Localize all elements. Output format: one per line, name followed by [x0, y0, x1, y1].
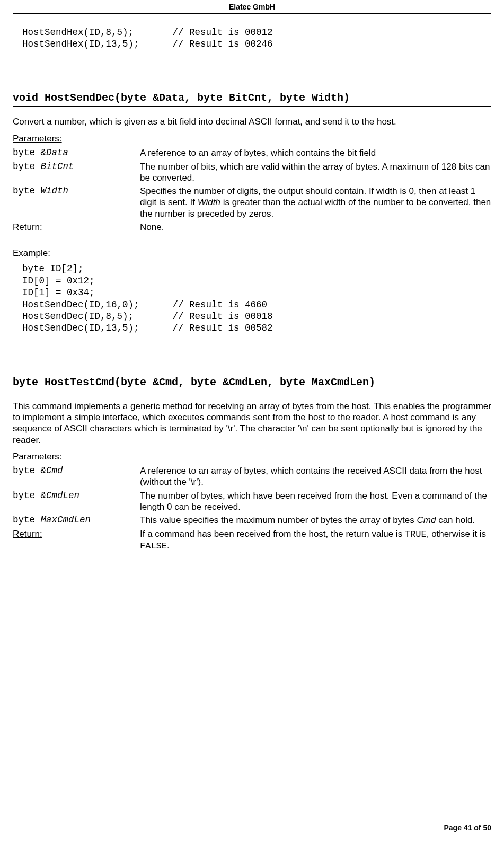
page-footer: Page 41 of 50: [13, 821, 491, 833]
param-row: byte &CmdLen The number of bytes, which …: [13, 490, 491, 513]
param-row: byte &Data A reference to an array of by…: [13, 147, 491, 159]
param-row: byte MaxCmdLen This value specifies the …: [13, 515, 491, 526]
param-row: byte &Cmd A reference to an array of byt…: [13, 465, 491, 488]
param-row: byte BitCnt The number of bits, which ar…: [13, 161, 491, 184]
param-desc: A reference to an array of bytes, which …: [140, 147, 491, 158]
param-desc: A reference to an array of bytes, which …: [140, 465, 491, 488]
section-desc: This command implements a generic method…: [13, 401, 491, 446]
company-name: Elatec GmbH: [229, 3, 275, 11]
param-name: byte &CmdLen: [13, 490, 140, 502]
param-desc: Specifies the number of digits, the outp…: [140, 185, 491, 219]
return-heading: Return:: [13, 528, 140, 539]
parameters-heading: Parameters:: [13, 451, 491, 462]
page-header: Elatec GmbH: [13, 0, 491, 14]
return-value: If a command has been received from the …: [140, 528, 491, 552]
example-heading: Example:: [13, 247, 491, 259]
param-name: byte BitCnt: [13, 161, 140, 173]
return-row: Return: None.: [13, 221, 491, 233]
param-desc: The number of bits, which are valid with…: [140, 161, 491, 184]
return-value: None.: [140, 221, 491, 233]
param-row: byte Width Specifies the number of digit…: [13, 185, 491, 219]
doc-page: Elatec GmbH HostSendHex(ID,8,5); // Resu…: [0, 0, 504, 842]
intro-code-block: HostSendHex(ID,8,5); // Result is 00012 …: [22, 26, 491, 50]
parameters-heading: Parameters:: [13, 133, 491, 144]
param-desc: The number of bytes, which have been rec…: [140, 490, 491, 513]
page-number: Page 41 of 50: [444, 823, 492, 832]
example-code-block: byte ID[2]; ID[0] = 0x12; ID[1] = 0x34; …: [22, 263, 491, 334]
param-name: byte MaxCmdLen: [13, 515, 140, 526]
param-name: byte Width: [13, 185, 140, 197]
section-title-hosttestcmd: byte HostTestCmd(byte &Cmd, byte &CmdLen…: [13, 376, 491, 391]
param-name: byte &Data: [13, 147, 140, 159]
section-title-hostsenddec: void HostSendDec(byte &Data, byte BitCnt…: [13, 91, 491, 107]
return-row: Return: If a command has been received f…: [13, 528, 491, 552]
section-desc: Convert a number, which is given as a bi…: [13, 116, 491, 127]
return-heading: Return:: [13, 221, 140, 233]
param-name: byte &Cmd: [13, 465, 140, 477]
param-desc: This value specifies the maximum number …: [140, 515, 491, 526]
